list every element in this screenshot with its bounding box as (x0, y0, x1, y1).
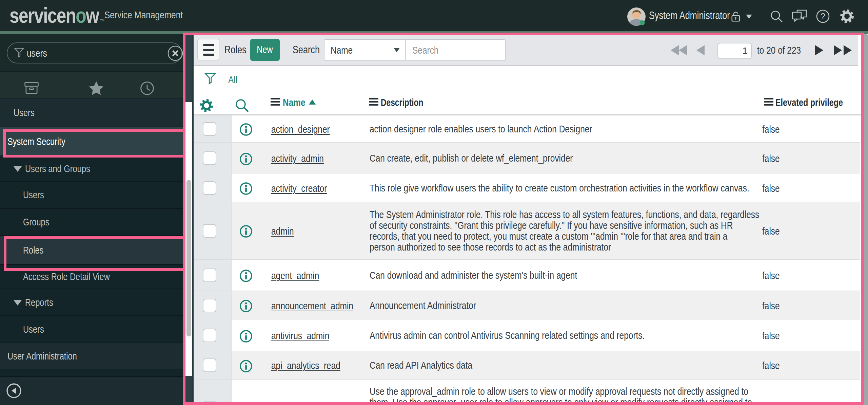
svg-text:?: ? (821, 11, 825, 21)
